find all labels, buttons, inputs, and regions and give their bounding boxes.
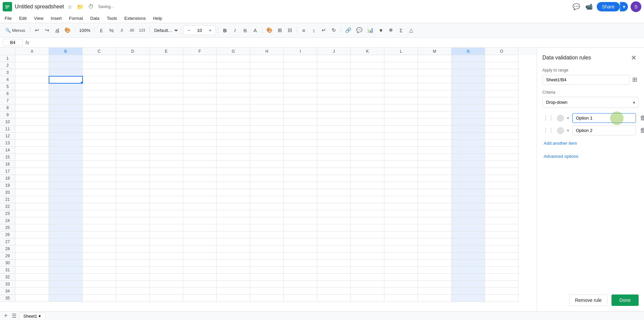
- cell-l30[interactable]: [384, 260, 418, 267]
- cell-j5[interactable]: [317, 83, 351, 90]
- cell-e30[interactable]: [150, 260, 183, 267]
- cell-c7[interactable]: [83, 97, 116, 104]
- cell-o11[interactable]: [485, 126, 519, 133]
- cell-j26[interactable]: [317, 231, 351, 238]
- cell-d23[interactable]: [116, 210, 150, 217]
- cell-l13[interactable]: [384, 140, 418, 147]
- cell-m12[interactable]: [418, 133, 451, 140]
- cell-o26[interactable]: [485, 231, 519, 238]
- cell-i20[interactable]: [284, 189, 317, 196]
- cell-b3[interactable]: [49, 69, 83, 76]
- cell-reference-input[interactable]: [3, 39, 23, 46]
- cell-f32[interactable]: [183, 274, 217, 281]
- cell-i19[interactable]: [284, 182, 317, 189]
- cell-d18[interactable]: [116, 175, 150, 182]
- cell-e32[interactable]: [150, 274, 183, 281]
- cell-b9[interactable]: [49, 111, 83, 119]
- cell-m27[interactable]: [418, 238, 451, 245]
- cell-i16[interactable]: [284, 161, 317, 168]
- cell-f19[interactable]: [183, 182, 217, 189]
- cell-b12[interactable]: [49, 133, 83, 140]
- cell-b6[interactable]: [49, 90, 83, 97]
- cell-j6[interactable]: [317, 90, 351, 97]
- cell-f11[interactable]: [183, 126, 217, 133]
- cell-e14[interactable]: [150, 147, 183, 154]
- cell-e17[interactable]: [150, 168, 183, 175]
- cell-j2[interactable]: [317, 62, 351, 69]
- cell-f31[interactable]: [183, 267, 217, 274]
- cell-b27[interactable]: [49, 238, 83, 245]
- cell-h8[interactable]: [250, 104, 284, 111]
- history-icon[interactable]: ⏱: [87, 3, 95, 10]
- cell-i29[interactable]: [284, 253, 317, 260]
- cell-l15[interactable]: [384, 154, 418, 161]
- cell-n34[interactable]: [451, 288, 485, 295]
- cell-n16[interactable]: [451, 161, 485, 168]
- share-dropdown-button[interactable]: ▾: [620, 2, 628, 11]
- cell-i17[interactable]: [284, 168, 317, 175]
- rotate-button[interactable]: ↻: [329, 26, 339, 35]
- color-circle-1[interactable]: [557, 115, 564, 122]
- cell-n3[interactable]: [451, 69, 485, 76]
- cell-g29[interactable]: [217, 253, 250, 260]
- cell-l34[interactable]: [384, 288, 418, 295]
- cell-k17[interactable]: [351, 168, 384, 175]
- cell-i25[interactable]: [284, 224, 317, 231]
- cell-m16[interactable]: [418, 161, 451, 168]
- cell-j32[interactable]: [317, 274, 351, 281]
- row-number[interactable]: 4: [0, 76, 15, 83]
- cell-m23[interactable]: [418, 210, 451, 217]
- cell-f35[interactable]: [183, 295, 217, 302]
- cell-i24[interactable]: [284, 217, 317, 224]
- cell-h14[interactable]: [250, 147, 284, 154]
- cell-c9[interactable]: [83, 111, 116, 119]
- cell-m24[interactable]: [418, 217, 451, 224]
- cell-a18[interactable]: [15, 175, 49, 182]
- cell-m17[interactable]: [418, 168, 451, 175]
- cell-m32[interactable]: [418, 274, 451, 281]
- cell-f14[interactable]: [183, 147, 217, 154]
- sheet-container[interactable]: A B C D E F G H I J K L M N O 1234567891…: [0, 48, 537, 311]
- cell-d10[interactable]: [116, 119, 150, 126]
- cell-b2[interactable]: [49, 62, 83, 69]
- freeze-button[interactable]: ❄: [386, 26, 396, 35]
- cell-d1[interactable]: [116, 55, 150, 62]
- cell-j9[interactable]: [317, 111, 351, 119]
- cell-e13[interactable]: [150, 140, 183, 147]
- cell-b16[interactable]: [49, 161, 83, 168]
- cell-g1[interactable]: [217, 55, 250, 62]
- cell-h1[interactable]: [250, 55, 284, 62]
- col-header-n[interactable]: N: [451, 48, 485, 55]
- cell-d15[interactable]: [116, 154, 150, 161]
- cell-o15[interactable]: [485, 154, 519, 161]
- cell-m19[interactable]: [418, 182, 451, 189]
- cell-m31[interactable]: [418, 267, 451, 274]
- cell-n7[interactable]: [451, 97, 485, 104]
- cell-c17[interactable]: [83, 168, 116, 175]
- cell-g5[interactable]: [217, 83, 250, 90]
- cell-h5[interactable]: [250, 83, 284, 90]
- cell-d12[interactable]: [116, 133, 150, 140]
- cell-c24[interactable]: [83, 217, 116, 224]
- cell-k33[interactable]: [351, 281, 384, 288]
- cell-h31[interactable]: [250, 267, 284, 274]
- row-number[interactable]: 34: [0, 288, 15, 295]
- cell-k8[interactable]: [351, 104, 384, 111]
- cell-j30[interactable]: [317, 260, 351, 267]
- cell-e21[interactable]: [150, 196, 183, 203]
- menu-tools[interactable]: Tools: [103, 14, 120, 22]
- drag-handle-1[interactable]: ⋮⋮: [542, 113, 554, 123]
- function-button[interactable]: Σ: [396, 26, 406, 35]
- cell-g30[interactable]: [217, 260, 250, 267]
- percent-button[interactable]: %: [107, 26, 116, 35]
- selection-handle[interactable]: [81, 82, 83, 83]
- cell-g7[interactable]: [217, 97, 250, 104]
- cell-h17[interactable]: [250, 168, 284, 175]
- cell-d30[interactable]: [116, 260, 150, 267]
- cell-k20[interactable]: [351, 189, 384, 196]
- cell-n22[interactable]: [451, 203, 485, 210]
- cell-j11[interactable]: [317, 126, 351, 133]
- cell-a25[interactable]: [15, 224, 49, 231]
- cell-k34[interactable]: [351, 288, 384, 295]
- cell-g21[interactable]: [217, 196, 250, 203]
